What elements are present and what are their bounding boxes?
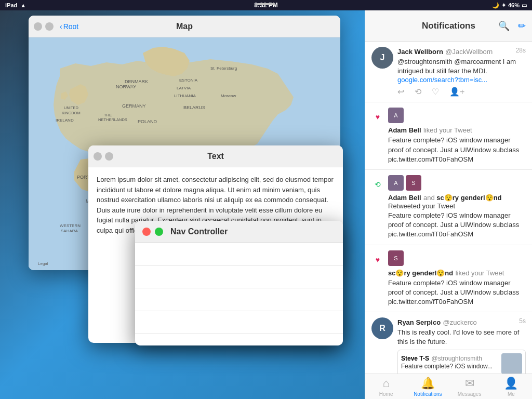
nav-row-2[interactable] — [135, 265, 343, 288]
status-bar: iPad ▲ 8:32 PM 🌙 ✦ 46% ▭ — [0, 0, 532, 10]
svg-text:Legal: Legal — [38, 261, 48, 266]
svg-text:SAHARA: SAHARA — [61, 229, 78, 233]
notif-name-4: sc😯ry genderl😯nd — [388, 269, 453, 277]
back-label: Root — [63, 22, 79, 31]
header-icons: 🔍 ✏ — [498, 20, 526, 32]
tab-me[interactable]: 👤 Me — [490, 374, 532, 399]
notif-link-1[interactable]: google.com/search?tbm=isc... — [397, 76, 526, 84]
battery-icon: ▭ — [522, 2, 527, 9]
notif-name-1: Jack Wellborn — [397, 48, 443, 56]
notification-item-2[interactable]: ♥ A Adam Bell liked your Tweet Feature c… — [365, 102, 532, 170]
tab-messages[interactable]: ✉ Messages — [449, 374, 490, 399]
text-win-btn-1[interactable] — [94, 152, 102, 161]
svg-text:POLAND: POLAND — [138, 119, 157, 124]
nav-titlebar: Nav Controller — [135, 221, 343, 243]
notif-name-3a: Adam Bell — [388, 194, 421, 202]
right-panel: Notifications 🔍 ✏ J Jack Wellborn @JackW… — [365, 10, 532, 399]
search-icon[interactable]: 🔍 — [498, 20, 510, 32]
nav-row-4[interactable] — [135, 311, 343, 334]
notification-item-1[interactable]: J Jack Wellborn @JackWellborn 28s @strou… — [365, 42, 532, 102]
nav-row-3[interactable] — [135, 288, 343, 311]
carrier-label: iPad — [5, 2, 17, 8]
reply-action-1[interactable]: ↩ — [397, 87, 404, 97]
notification-item-4[interactable]: ♥ S sc😯ry genderl😯nd liked your Tweet Fe… — [365, 245, 532, 313]
nested-name: Steve T-S — [401, 355, 429, 362]
avatar-5: R — [371, 317, 393, 339]
window-buttons — [34, 22, 54, 31]
tab-notifications-label: Notifications — [414, 391, 442, 397]
main-area: ‹ Root Map — [0, 10, 532, 399]
nested-tweet-header: Steve T-S @stroughtonsmith — [401, 353, 497, 363]
follow-action-1[interactable]: 👤+ — [449, 87, 464, 97]
notif-body-5: Ryan Serpico @zuckerco 5s This is really… — [397, 317, 526, 374]
notif-action-3: Retweeted your Tweet — [388, 202, 526, 210]
nested-tweet: Steve T-S @stroughtonsmith Feature compl… — [397, 350, 526, 374]
tab-home[interactable]: ⌂ Home — [365, 374, 407, 399]
status-left: iPad ▲ — [5, 2, 26, 8]
notifications-icon: 🔔 — [421, 377, 435, 390]
notification-item-3[interactable]: ⟲ A S Adam Bell and sc😯ry genderl😯nd Ret… — [365, 170, 532, 245]
nav-btn-red[interactable] — [142, 228, 151, 236]
nested-tweet-content: Steve T-S @stroughtonsmith Feature compl… — [401, 353, 497, 374]
svg-text:LITHUANIA: LITHUANIA — [174, 94, 196, 98]
notif-time-1: 28s — [516, 47, 526, 54]
nested-text: Feature complete? iOS window... — [401, 363, 497, 370]
notif-handle-5: @zuckerco — [443, 318, 477, 326]
nav-window[interactable]: Nav Controller — [135, 221, 343, 345]
avatar-1: J — [371, 47, 393, 69]
avatar-scary-rt: S — [406, 175, 421, 191]
tab-notifications[interactable]: 🔔 Notifications — [407, 374, 448, 399]
notif-header-5: Ryan Serpico @zuckerco 5s — [397, 317, 526, 327]
notif-action-4: liked your Tweet — [456, 269, 504, 277]
win-btn-close[interactable] — [34, 22, 42, 31]
nav-btn-green[interactable] — [155, 228, 163, 236]
heart-icon-4: ♥ — [376, 256, 380, 264]
back-button[interactable]: ‹ Root — [60, 22, 78, 31]
notif-name-3b: sc😯ry genderl😯nd — [436, 194, 501, 202]
nested-handle: @stroughtonsmith — [431, 355, 482, 362]
retweet-icon-3: ⟲ — [375, 180, 381, 189]
notif-body-1: Jack Wellborn @JackWellborn 28s @strough… — [397, 47, 526, 97]
text-window-buttons — [94, 152, 113, 161]
notif-text-5: This is really cool. I'd love to see mor… — [397, 328, 526, 347]
nav-content — [135, 243, 343, 345]
compose-icon[interactable]: ✏ — [518, 20, 526, 32]
win-btn-minimize[interactable] — [45, 22, 54, 31]
nav-row-1[interactable] — [135, 243, 343, 265]
map-titlebar: ‹ Root Map — [29, 16, 340, 37]
tab-home-label: Home — [379, 391, 393, 397]
notif-text-2: Feature complete? iOS window manager pro… — [388, 136, 526, 164]
svg-text:DENMARK: DENMARK — [125, 79, 148, 84]
map-title: Map — [176, 22, 193, 31]
retweet-action-1[interactable]: ⟲ — [415, 87, 421, 97]
notification-item-5[interactable]: R Ryan Serpico @zuckerco 5s This is real… — [365, 312, 532, 374]
notifications-title: Notifications — [422, 21, 475, 31]
notif-time-5: 5s — [519, 317, 526, 325]
svg-text:ESTONIA: ESTONIA — [179, 78, 198, 83]
nested-tweet-thumb — [501, 353, 522, 374]
svg-text:BELARUS: BELARUS — [183, 105, 205, 110]
messages-icon: ✉ — [465, 377, 474, 390]
tab-me-label: Me — [508, 391, 515, 397]
notif-name-2: Adam Bell — [388, 126, 421, 134]
chevron-left-icon: ‹ — [60, 22, 62, 31]
notif-icon-like-4: ♥ — [371, 250, 384, 307]
home-icon: ⌂ — [382, 377, 389, 390]
notif-avatars-3: A S — [388, 175, 526, 191]
notif-actions-1: ↩ ⟲ ♡ 👤+ — [397, 87, 526, 97]
svg-text:IRELAND: IRELAND — [56, 118, 74, 123]
svg-text:NORWAY: NORWAY — [116, 84, 136, 89]
heart-action-1[interactable]: ♡ — [432, 87, 439, 97]
tab-bar: ⌂ Home 🔔 Notifications ✉ Messages 👤 Me — [365, 374, 532, 399]
notif-header-1: Jack Wellborn @JackWellborn 28s — [397, 47, 526, 56]
tab-messages-label: Messages — [458, 391, 482, 397]
avatar-adam-rt: A — [388, 175, 404, 191]
svg-text:GERMANY: GERMANY — [122, 103, 146, 109]
text-window-title: Text — [207, 152, 224, 161]
moon-icon: 🌙 — [492, 2, 499, 9]
notif-body-3: A S Adam Bell and sc😯ry genderl😯nd Retwe… — [388, 175, 526, 240]
notif-body-4: S sc😯ry genderl😯nd liked your Tweet Feat… — [388, 250, 526, 307]
text-win-btn-2[interactable] — [105, 152, 113, 161]
notif-handle-1: @JackWellborn — [445, 48, 493, 56]
notif-header-4: sc😯ry genderl😯nd liked your Tweet — [388, 268, 526, 277]
